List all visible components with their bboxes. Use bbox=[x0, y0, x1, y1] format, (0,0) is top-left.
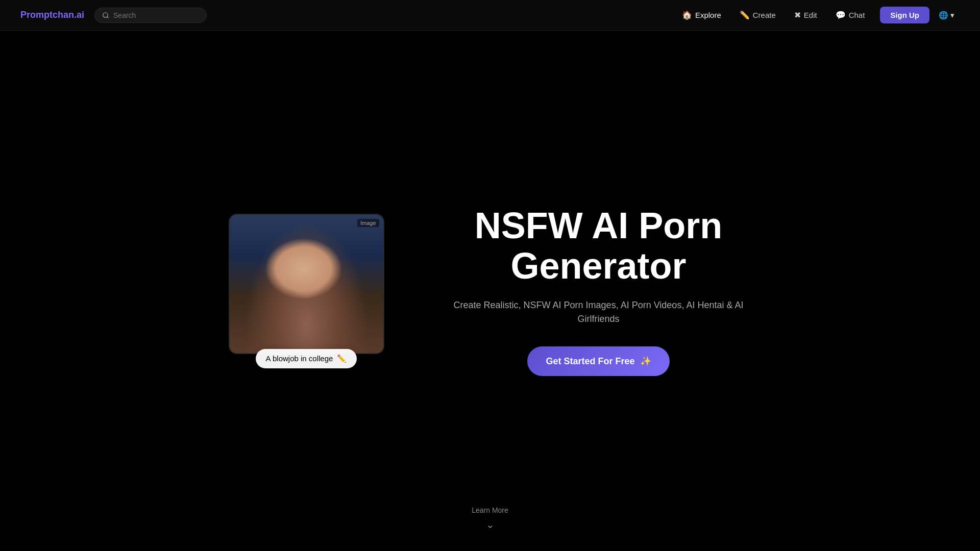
signup-button[interactable]: Sign Up bbox=[880, 7, 929, 23]
hero-title: NSFW AI Porn Generator bbox=[446, 206, 752, 286]
hero-image bbox=[230, 215, 383, 353]
navbar-left: Promptchan.ai bbox=[20, 8, 207, 23]
logo-suffix: .ai bbox=[74, 10, 84, 20]
nav-item-edit[interactable]: ✖ Edit bbox=[787, 6, 824, 24]
hero-subtitle: Create Realistic, NSFW AI Porn Images, A… bbox=[446, 298, 752, 326]
navbar: Promptchan.ai 🏠 Explore ✏️ Create ✖ Edit… bbox=[0, 0, 980, 31]
explore-icon: 🏠 bbox=[682, 10, 692, 20]
nav-label-chat: Chat bbox=[849, 11, 865, 19]
nav-label-explore: Explore bbox=[695, 11, 721, 19]
learn-more-label: Learn More bbox=[472, 506, 508, 514]
navbar-right: 🏠 Explore ✏️ Create ✖ Edit 💬 Chat Sign U… bbox=[675, 6, 960, 24]
logo[interactable]: Promptchan.ai bbox=[20, 10, 84, 20]
search-input[interactable] bbox=[113, 11, 199, 19]
create-icon: ✏️ bbox=[740, 10, 750, 20]
globe-icon: 🌐 bbox=[939, 11, 948, 20]
image-card: Image bbox=[229, 214, 384, 354]
chevron-down-icon: ⌄ bbox=[486, 518, 495, 531]
cta-button[interactable]: Get Started For Free ✨ bbox=[527, 346, 669, 376]
search-icon bbox=[102, 12, 109, 19]
svg-line-1 bbox=[107, 16, 109, 18]
search-bar[interactable] bbox=[94, 8, 207, 23]
hero-section: Image A blowjob in college ✏️ NSFW AI Po… bbox=[0, 31, 980, 551]
globe-button[interactable]: 🌐 ▾ bbox=[934, 7, 960, 24]
chat-icon: 💬 bbox=[836, 10, 846, 20]
cta-label: Get Started For Free bbox=[546, 356, 634, 367]
nav-item-explore[interactable]: 🏠 Explore bbox=[675, 6, 728, 24]
hero-text: NSFW AI Porn Generator Create Realistic,… bbox=[446, 206, 752, 376]
image-prompt-label: A blowjob in college ✏️ bbox=[256, 349, 357, 368]
nav-item-chat[interactable]: 💬 Chat bbox=[828, 6, 872, 24]
cta-icon: ✨ bbox=[640, 356, 651, 367]
nav-label-create: Create bbox=[753, 11, 776, 19]
image-type-tag: Image bbox=[357, 219, 379, 227]
hero-title-line2: Generator bbox=[510, 245, 686, 286]
image-prompt-icon: ✏️ bbox=[337, 354, 347, 363]
nav-item-create[interactable]: ✏️ Create bbox=[732, 6, 783, 24]
edit-icon: ✖ bbox=[794, 10, 801, 20]
logo-text: Promptchan bbox=[20, 10, 74, 20]
globe-chevron: ▾ bbox=[950, 11, 954, 20]
learn-more-section[interactable]: Learn More ⌄ bbox=[472, 506, 508, 531]
image-card-container: Image A blowjob in college ✏️ bbox=[229, 214, 384, 368]
nav-label-edit: Edit bbox=[804, 11, 817, 19]
hero-title-line1: NSFW AI Porn bbox=[475, 205, 722, 246]
image-prompt-text: A blowjob in college bbox=[266, 354, 333, 363]
